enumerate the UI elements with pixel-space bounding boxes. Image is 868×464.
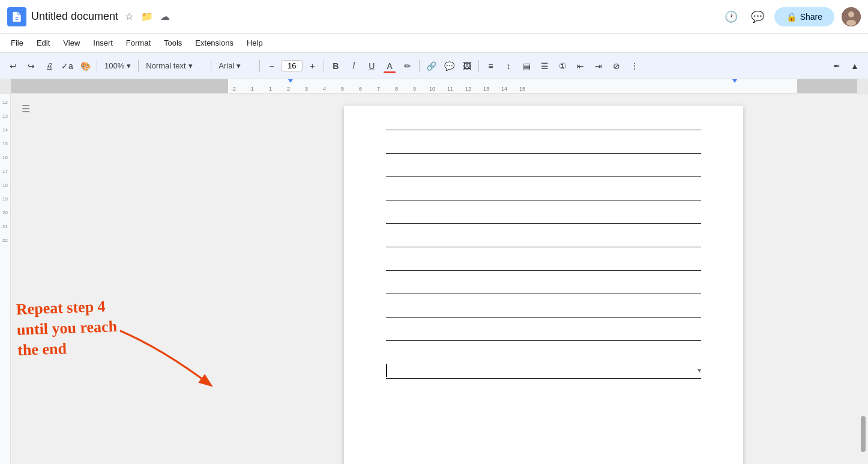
print-button[interactable]: 🖨 xyxy=(41,58,58,74)
divider-3 xyxy=(211,60,211,72)
menu-view[interactable]: View xyxy=(57,36,86,50)
indent-decrease-button[interactable]: ⇤ xyxy=(572,58,589,74)
menu-extensions[interactable]: Extensions xyxy=(189,36,240,50)
divider-5 xyxy=(324,60,324,72)
doc-line-9 xyxy=(386,317,701,318)
font-size-input[interactable]: 16 xyxy=(281,60,303,71)
link-button[interactable]: 🔗 xyxy=(423,58,439,74)
style-value: Normal text xyxy=(146,61,185,70)
doc-line-7 xyxy=(386,270,701,271)
italic-button[interactable]: I xyxy=(345,58,362,74)
doc-line-6 xyxy=(386,247,701,247)
doc-line-2 xyxy=(386,153,701,154)
toolbar: ↩ ↪ 🖨 ✓a 🎨 100% ▾ Normal text ▾ Arial ▾ … xyxy=(0,53,868,79)
menu-tools[interactable]: Tools xyxy=(158,36,188,50)
collapse-toolbar-button[interactable]: ▲ xyxy=(846,58,863,74)
zoom-dropdown[interactable]: 100% ▾ xyxy=(100,59,135,72)
paragraph-style-dropdown[interactable]: Normal text ▾ xyxy=(142,59,208,72)
vertical-ruler: 12 13 14 15 16 17 18 19 20 21 22 xyxy=(0,94,11,464)
menu-insert[interactable]: Insert xyxy=(87,36,119,50)
doc-title[interactable]: Untitled document xyxy=(31,10,118,23)
scrollbar-thumb[interactable] xyxy=(861,416,866,452)
comment-button[interactable]: 💬 xyxy=(441,58,457,74)
cloud-saved-icon: ☁ xyxy=(158,10,172,24)
divider-4 xyxy=(259,60,260,72)
svg-point-4 xyxy=(846,20,856,26)
spellcheck-button[interactable]: ✓a xyxy=(59,58,76,74)
doc-line-10 xyxy=(386,340,701,341)
text-color-button[interactable]: A xyxy=(381,58,398,74)
chat-icon[interactable]: 💬 xyxy=(748,7,767,26)
annotation-arrow xyxy=(114,325,234,397)
divider-7 xyxy=(478,60,479,72)
chevron-down-icon: ▾ xyxy=(127,61,131,70)
doc-line-active[interactable]: ▾ xyxy=(386,364,701,379)
lock-icon: 🔒 xyxy=(786,12,797,22)
top-right-controls: 🕐 💬 🔒 Share xyxy=(722,7,861,26)
undo-button[interactable]: ↩ xyxy=(5,58,22,74)
menu-bar: File Edit View Insert Format Tools Exten… xyxy=(0,34,868,53)
numbered-list-button[interactable]: ① xyxy=(554,58,571,74)
paint-format-button[interactable]: 🎨 xyxy=(77,58,94,74)
divider-1 xyxy=(97,60,97,72)
underline-button[interactable]: U xyxy=(363,58,380,74)
chevron-down-icon-font: ▾ xyxy=(237,61,241,70)
clear-formatting-button[interactable]: ⊘ xyxy=(608,58,625,74)
svg-point-3 xyxy=(848,11,854,17)
title-bar: Untitled document ☆ 📁 ☁ 🕐 💬 🔒 Share xyxy=(0,0,868,34)
text-cursor xyxy=(386,364,387,377)
pen-tool-button[interactable]: ✒ xyxy=(828,58,845,74)
font-size-decrease-button[interactable]: − xyxy=(263,58,280,74)
doc-line-3 xyxy=(386,176,701,177)
doc-line-5 xyxy=(386,223,701,224)
redo-button[interactable]: ↪ xyxy=(23,58,40,74)
main-area: 12 13 14 15 16 17 18 19 20 21 22 ☰ Repea… xyxy=(0,94,868,464)
indent-increase-button[interactable]: ⇥ xyxy=(590,58,607,74)
share-button[interactable]: 🔒 Share xyxy=(774,7,834,26)
highlight-button[interactable]: ✏ xyxy=(399,58,416,74)
chevron-down-icon-style: ▾ xyxy=(188,61,193,70)
avatar[interactable] xyxy=(842,7,861,26)
history-icon[interactable]: 🕐 xyxy=(722,7,741,26)
doc-line-4 xyxy=(386,200,701,200)
align-button[interactable]: ≡ xyxy=(482,58,499,74)
bold-button[interactable]: B xyxy=(327,58,344,74)
annotation-text: Repeat step 4 until you reach the end xyxy=(16,296,118,360)
text-color-indicator xyxy=(384,71,396,73)
left-panel: 12 13 14 15 16 17 18 19 20 21 22 ☰ Repea… xyxy=(0,94,228,464)
menu-file[interactable]: File xyxy=(5,36,29,50)
menu-edit[interactable]: Edit xyxy=(31,36,56,50)
star-icon[interactable]: ☆ xyxy=(122,10,136,24)
document-container[interactable]: ▾ xyxy=(228,94,858,464)
title-area: Untitled document ☆ 📁 ☁ xyxy=(31,10,717,24)
doc-line-1 xyxy=(386,130,701,130)
docs-app-icon xyxy=(7,7,26,26)
image-button[interactable]: 🖼 xyxy=(459,58,475,74)
outline-icon[interactable]: ☰ xyxy=(22,103,30,115)
document-page[interactable]: ▾ xyxy=(344,106,743,464)
line-spacing-button[interactable]: ↕ xyxy=(500,58,517,74)
divider-2 xyxy=(138,60,139,72)
font-size-increase-button[interactable]: + xyxy=(304,58,321,74)
menu-help[interactable]: Help xyxy=(241,36,269,50)
vertical-scrollbar[interactable] xyxy=(858,94,868,464)
column-button[interactable]: ▤ xyxy=(518,58,535,74)
folder-icon[interactable]: 📁 xyxy=(140,10,154,24)
divider-6 xyxy=(419,60,420,72)
font-dropdown[interactable]: Arial ▾ xyxy=(214,59,256,72)
menu-format[interactable]: Format xyxy=(120,36,157,50)
doc-line-8 xyxy=(386,294,701,294)
bullet-list-button[interactable]: ☰ xyxy=(536,58,553,74)
more-options-button[interactable]: ⋮ xyxy=(626,58,643,74)
dropdown-indicator: ▾ xyxy=(698,366,701,375)
ruler: -2 -1 1 2 3 4 5 6 7 8 9 10 11 12 13 14 1… xyxy=(0,79,868,94)
